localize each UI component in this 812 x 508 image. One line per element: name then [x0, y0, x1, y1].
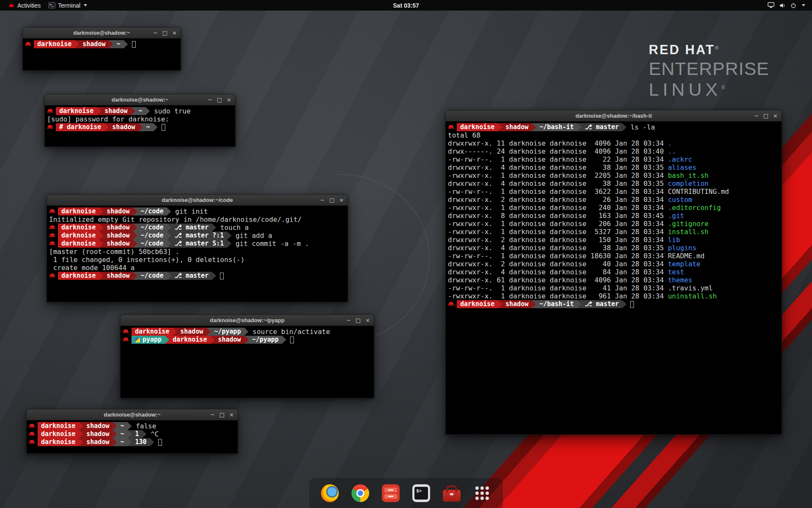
window-titlebar[interactable]: darknoise@shadow:~/code−□× [47, 194, 348, 206]
redhat-prompt-icon [29, 438, 36, 446]
maximize-button[interactable]: □ [329, 197, 335, 203]
terminal-line: [sudo] password for darknoise: [47, 115, 235, 123]
terminal-window[interactable]: darknoise@shadow:~/bash-it−□×darknoisesh… [445, 110, 782, 435]
terminal-body[interactable]: darknoiseshadow~ falsedarknoiseshadow~1 … [26, 420, 238, 454]
minimize-button[interactable]: − [320, 197, 325, 203]
dock-item-toolbox[interactable] [442, 483, 461, 503]
terminal-line: -rw-rw-r--. 1 darknoise darknoise 3622 J… [448, 188, 782, 196]
minimize-button[interactable]: − [754, 113, 759, 119]
minimize-button[interactable]: − [153, 30, 158, 36]
minimize-button[interactable]: − [210, 412, 215, 417]
dock-item-chrome[interactable] [351, 483, 370, 503]
prompt-segment: ⎇ master ?:1 [171, 232, 228, 240]
window-titlebar[interactable]: darknoise@shadow:~/bash-it−□× [445, 110, 782, 121]
terminal-body[interactable]: darknoiseshadow~/bash-it⎇ master ls -lat… [445, 121, 782, 435]
powerline-arrow-icon [128, 430, 132, 438]
terminal-window[interactable]: darknoise@shadow:~−□×darknoiseshadow~ [22, 27, 181, 71]
powerline-arrow-icon [212, 224, 216, 232]
terminal-line: drwxrwxr-x. 2 darknoise darknoise 150 Ja… [448, 236, 782, 244]
terminal-line: darknoiseshadow~/code⎇ master ?:1 git ad… [49, 232, 348, 240]
terminal-cursor [132, 41, 136, 48]
window-titlebar[interactable]: darknoise@shadow:~−□× [26, 409, 238, 420]
window-titlebar[interactable]: darknoise@shadow:~−□× [22, 27, 181, 39]
system-menu[interactable] [765, 0, 808, 11]
terminal-line: darknoiseshadow~/pyapp source bin/activa… [123, 328, 374, 336]
app-grid-icon [473, 484, 491, 502]
terminal-text: ls -la [626, 123, 655, 131]
close-button[interactable]: × [229, 412, 234, 417]
terminal-text: 1 file changed, 0 insertions(+), 0 delet… [49, 256, 244, 264]
prompt-segment: ⎇ master S:1 [171, 240, 228, 248]
terminal-line: -rwxrwxr-x. 1 darknoise darknoise 206 Ja… [448, 220, 782, 228]
close-button[interactable]: × [365, 318, 370, 323]
redhat-prompt-icon [25, 40, 32, 48]
terminal-line: drwxrwxr-x. 61 darknoise darknoise 4096 … [448, 276, 782, 284]
maximize-button[interactable]: □ [219, 412, 225, 417]
clock[interactable]: Sat 03:57 [393, 2, 419, 9]
terminal-window[interactable]: darknoise@shadow:~−□×darknoiseshadow~ fa… [26, 409, 238, 454]
trademark-symbol: ® [721, 85, 729, 91]
window-title: darknoise@shadow:~ [112, 97, 168, 103]
powerline-arrow-icon [112, 422, 117, 430]
terminal-cursor [158, 439, 162, 446]
powerline-arrow-icon [97, 107, 101, 115]
close-button[interactable]: × [227, 97, 231, 102]
powerline-arrow-icon [128, 422, 132, 430]
close-button[interactable]: × [172, 30, 177, 36]
close-button[interactable]: × [339, 197, 344, 203]
powerline-arrow-icon [227, 232, 231, 240]
python-icon [135, 337, 140, 342]
terminal-text: -rwxrwxr-x. 1 darknoise darknoise 206 Ja… [448, 220, 668, 228]
prompt-segment: shadow [103, 232, 133, 240]
terminal-line: drwxrwxr-x. 8 darknoise darknoise 163 Ja… [448, 212, 782, 220]
terminal-line: darknoiseshadow~ [25, 40, 181, 48]
terminal-text: touch a [216, 224, 249, 232]
dock-item-terminal[interactable]: $> [411, 483, 431, 503]
redhat-prompt-icon [448, 300, 455, 308]
powerline-arrow-icon [133, 224, 137, 232]
prompt-segment: ~/bash-it [536, 300, 577, 308]
terminal-body[interactable]: darknoiseshadow~ [22, 39, 181, 71]
terminal-text: .. [668, 147, 676, 155]
window-titlebar[interactable]: darknoise@shadow:~−□× [44, 94, 236, 105]
prompt-segment: darknoise [38, 438, 79, 446]
terminal-body[interactable]: darknoiseshadow~ sudo true[sudo] passwor… [44, 105, 236, 147]
window-titlebar[interactable]: darknoise@shadow:~/pyapp−□× [120, 315, 374, 326]
terminal-line: -rwxrwxr-x. 1 darknoise darknoise 2205 J… [448, 171, 782, 179]
prompt-segment: shadow [502, 300, 532, 308]
prompt-segment: darknoise [169, 336, 210, 344]
terminal-window[interactable]: darknoise@shadow:~/code−□×darknoiseshado… [47, 194, 348, 302]
maximize-button[interactable]: □ [356, 318, 361, 323]
maximize-button[interactable]: □ [217, 97, 222, 102]
prompt-segment: shadow [103, 272, 133, 280]
display-icon [768, 2, 774, 8]
prompt-segment: darknoise [58, 224, 99, 232]
app-menu-terminal[interactable]: Terminal [44, 0, 91, 11]
window-title: darknoise@shadow:~ [73, 30, 130, 36]
prompt-segment: ⎇ master [582, 300, 623, 308]
terminal-body[interactable]: darknoiseshadow~/pyapp source bin/activa… [120, 326, 374, 398]
terminal-window[interactable]: darknoise@shadow:~/pyapp−□×darknoiseshad… [120, 315, 374, 398]
minimize-button[interactable]: − [208, 97, 212, 102]
terminal-body[interactable]: darknoiseshadow~/code git initInitialize… [47, 206, 348, 302]
prompt-segment: ~ [117, 430, 127, 438]
powerline-arrow-icon [99, 207, 103, 215]
activities-button[interactable]: Activities [4, 0, 44, 11]
terminal-text: drwxrwxr-x. 4 darknoise darknoise 84 Jan… [448, 268, 668, 276]
terminal-text: -rwxrwxr-x. 1 darknoise darknoise 961 Ja… [448, 292, 668, 300]
prompt-segment: ~ [143, 123, 154, 131]
prompt-segment: darknoise [34, 40, 75, 48]
minimize-button[interactable]: − [346, 318, 351, 323]
close-button[interactable]: × [773, 113, 778, 119]
dock-item-app-grid[interactable] [472, 483, 492, 503]
powerline-arrow-icon [79, 430, 83, 438]
dock-item-files[interactable] [381, 483, 401, 503]
terminal-line: darknoiseshadow~/bash-it⎇ master [448, 300, 782, 308]
terminal-window[interactable]: darknoise@shadow:~−□×darknoiseshadow~ su… [44, 94, 236, 147]
terminal-line: # darknoiseshadow~ [47, 123, 235, 131]
terminal-text: drwxrwxr-x. 2 darknoise darknoise 40 Jan… [448, 260, 668, 268]
terminal-line: drwxrwxr-x. 4 darknoise darknoise 38 Jan… [448, 179, 782, 188]
dock-item-firefox[interactable] [320, 483, 340, 503]
maximize-button[interactable]: □ [162, 30, 167, 36]
maximize-button[interactable]: □ [763, 113, 768, 119]
